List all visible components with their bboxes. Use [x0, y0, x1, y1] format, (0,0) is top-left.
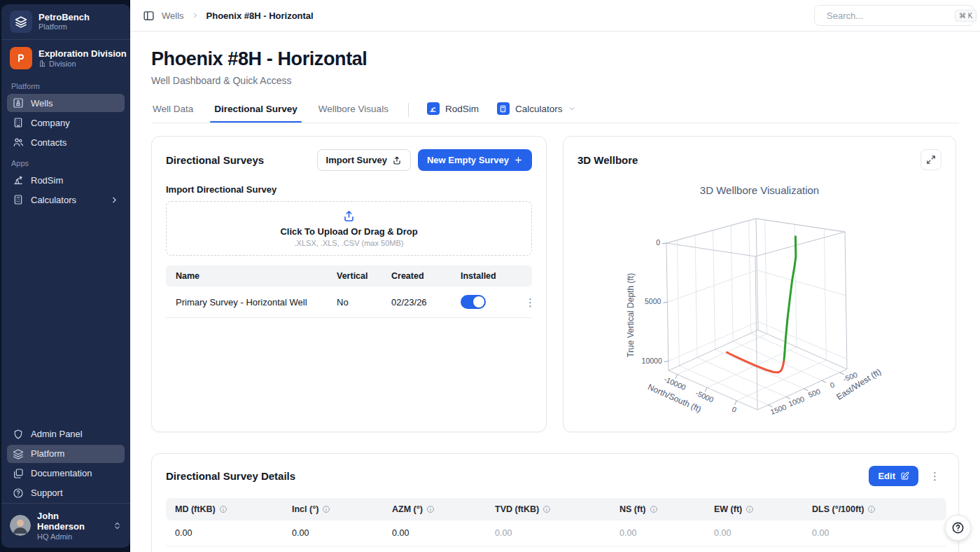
- sidebar: PetroBench Platform Exploration Division…: [1, 4, 130, 548]
- chevron-down-icon: [568, 104, 576, 113]
- tab-calculators[interactable]: Calculators: [497, 97, 577, 123]
- upload-dropzone[interactable]: Click To Upload Or Drag & Drop .XLSX, .X…: [166, 201, 532, 256]
- svg-text:5000: 5000: [645, 297, 662, 305]
- surveys-table: Name Vertical Created Installed Primary …: [166, 265, 532, 318]
- help-circle-icon: [951, 521, 965, 534]
- details-table: MD (ftKB)Incl (°)AZM (°)TVD (ftKB)NS (ft…: [166, 498, 946, 552]
- page-content: Phoenix #8H - Horizontal Well Dashboard …: [130, 32, 980, 552]
- sidebar-item-wells[interactable]: Wells: [7, 94, 125, 112]
- row-menu-button[interactable]: ⋮: [521, 296, 540, 309]
- chevron-right-icon: [191, 11, 200, 20]
- plot-title: 3D Wellbore Visualization: [564, 184, 955, 196]
- search-box[interactable]: ⌘ K: [814, 5, 974, 26]
- tab-rodsim[interactable]: RodSim: [427, 97, 479, 123]
- details-cell: 0.00: [283, 520, 383, 546]
- edit-button[interactable]: Edit: [869, 466, 918, 486]
- rodsim-app-icon: [427, 102, 440, 115]
- details-cell: 0.16: [283, 546, 383, 552]
- svg-text:0: 0: [656, 238, 660, 247]
- calculator-icon: [13, 194, 24, 205]
- breadcrumb: Wells Phoenix #8H - Horizontal: [162, 11, 314, 21]
- new-empty-survey-button[interactable]: New Empty Survey: [418, 149, 532, 171]
- section-label-platform: Platform: [1, 75, 130, 93]
- dropzone-hint: .XLSX, .XLS, .CSV (max 50MB): [295, 239, 404, 247]
- card-title: Directional Surveys: [166, 154, 264, 166]
- svg-text:East/West (ft): East/West (ft): [834, 366, 883, 401]
- org-logo-icon: [10, 47, 32, 69]
- sidebar-item-label: Company: [31, 118, 70, 128]
- import-section-label: Import Directional Survey: [166, 184, 532, 195]
- details-row[interactable]: 51.000.16258.6851.00-0.050.060.31: [166, 546, 946, 552]
- details-cell: 0.00: [383, 520, 486, 546]
- wellbore-3d-card: 3D Wellbore 3D Wellbore Visualization 05…: [563, 136, 956, 432]
- sidebar-item-label: Platform: [31, 448, 64, 459]
- tab-divider: [408, 103, 409, 117]
- topbar: Wells Phoenix #8H - Horizontal ⌘ K: [130, 0, 980, 32]
- edit-icon: [900, 471, 909, 481]
- details-cell: 258.68: [383, 546, 486, 552]
- sidebar-item-support[interactable]: Support: [7, 484, 125, 502]
- expand-button[interactable]: [920, 149, 941, 170]
- sidebar-item-contacts[interactable]: Contacts: [7, 133, 125, 151]
- survey-vertical: No: [327, 287, 382, 318]
- svg-text:500: 500: [807, 387, 822, 399]
- tab-well-data[interactable]: Well Data: [151, 98, 195, 122]
- sidebar-item-calculators[interactable]: Calculators: [7, 191, 125, 209]
- sidebar-item-company[interactable]: Company: [7, 113, 125, 132]
- details-menu-button[interactable]: ⋮: [925, 469, 944, 483]
- wellbore-3d-plot[interactable]: 0500010000True Vertical Depth (ft)-10000…: [564, 137, 956, 432]
- svg-text:-5000: -5000: [694, 389, 715, 404]
- svg-text:1500: 1500: [769, 403, 788, 416]
- help-button[interactable]: [945, 515, 971, 541]
- details-cell: 0.06: [705, 546, 803, 552]
- shield-icon: [13, 429, 24, 440]
- svg-text:0: 0: [829, 380, 836, 389]
- survey-name: Primary Survey - Horizontal Well: [166, 287, 327, 318]
- survey-row[interactable]: Primary Survey - Horizontal Well No 02/2…: [166, 287, 532, 318]
- sidebar-toggle-icon[interactable]: [140, 7, 158, 25]
- sidebar-item-label: Calculators: [31, 195, 76, 205]
- sidebar-item-admin-panel[interactable]: Admin Panel: [7, 425, 125, 443]
- details-cell: 0.00: [610, 520, 705, 546]
- tab-label: RodSim: [445, 104, 479, 114]
- sidebar-item-platform[interactable]: Platform: [7, 445, 125, 463]
- page-title: Phoenix #8H - Horizontal: [151, 48, 959, 70]
- info-icon: [426, 505, 435, 513]
- app-name: PetroBench: [38, 13, 90, 23]
- user-role: HQ Admin: [37, 532, 106, 541]
- svg-text:1000: 1000: [788, 394, 806, 408]
- sidebar-item-label: RodSim: [31, 175, 63, 186]
- breadcrumb-current: Phoenix #8H - Horizontal: [206, 11, 314, 21]
- info-icon: [650, 505, 658, 513]
- user-menu[interactable]: John Henderson HQ Admin: [1, 503, 130, 548]
- sidebar-item-rodsim[interactable]: RodSim: [7, 171, 125, 189]
- derrick-icon: [13, 97, 24, 109]
- info-icon: [322, 505, 330, 513]
- tab-directional-survey[interactable]: Directional Survey: [213, 98, 299, 122]
- org-switcher[interactable]: Exploration Division Division: [1, 40, 130, 75]
- contacts-icon: [13, 137, 24, 148]
- installed-toggle[interactable]: [461, 295, 486, 309]
- sidebar-item-label: Wells: [31, 98, 53, 109]
- building-icon: [38, 60, 46, 67]
- org-name: Exploration Division: [38, 48, 127, 60]
- column-header-vertical: Vertical: [327, 265, 382, 287]
- trajectory-vertical-section: [784, 237, 796, 361]
- details-column-header: MD (ftKB): [166, 498, 283, 520]
- search-shortcut: ⌘ K: [955, 10, 976, 22]
- svg-text:True Vertical Depth (ft): True Vertical Depth (ft): [626, 273, 636, 357]
- column-header-actions: [511, 265, 532, 287]
- details-cell: 0.00: [803, 520, 946, 546]
- svg-text:North/South (ft): North/South (ft): [646, 382, 703, 414]
- import-survey-button[interactable]: Import Survey: [317, 149, 411, 171]
- details-row[interactable]: 0.000.000.000.000.000.000.00: [166, 520, 946, 546]
- info-icon: [867, 505, 876, 513]
- search-input[interactable]: [827, 11, 950, 21]
- info-icon: [542, 505, 551, 513]
- column-header-installed: Installed: [451, 265, 511, 287]
- breadcrumb-wells[interactable]: Wells: [162, 11, 184, 21]
- details-cell: 51.00: [166, 546, 283, 552]
- sidebar-item-documentation[interactable]: Documentation: [7, 464, 125, 483]
- details-cell: 0.31: [803, 546, 946, 552]
- tab-wellbore-visuals[interactable]: Wellbore Visuals: [317, 98, 390, 122]
